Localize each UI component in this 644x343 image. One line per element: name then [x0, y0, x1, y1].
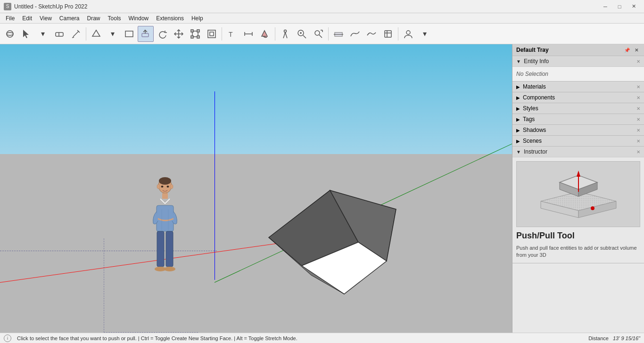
styles-arrow: ▶: [516, 106, 520, 111]
separator-1: [86, 27, 86, 41]
instructor-content: Push/Pull Tool Push and pull face entiti…: [512, 157, 644, 263]
shadows-close[interactable]: ✕: [636, 128, 640, 133]
tool-move[interactable]: [171, 26, 187, 42]
minimize-button[interactable]: ─: [599, 2, 612, 11]
tool-scale[interactable]: [187, 26, 203, 42]
materials-section-header[interactable]: ▶ Materials ✕: [512, 82, 644, 92]
3d-shape: [264, 181, 405, 305]
svg-text:T: T: [229, 31, 233, 38]
svg-rect-46: [157, 205, 173, 231]
scenes-arrow: ▶: [516, 139, 520, 144]
tool-sandbox[interactable]: [347, 26, 363, 42]
menu-camera[interactable]: Camera: [56, 13, 83, 23]
tool-orbit[interactable]: [2, 26, 18, 42]
instructor-title: Push/Pull Tool: [516, 231, 640, 241]
menu-extensions[interactable]: Extensions: [152, 13, 188, 23]
menu-tools[interactable]: Tools: [104, 13, 125, 23]
tool-paint[interactable]: [257, 26, 273, 42]
materials-arrow: ▶: [516, 84, 520, 90]
tool-profiles[interactable]: [380, 26, 396, 42]
tags-arrow: ▶: [516, 117, 520, 122]
tool-zoom-extents[interactable]: [310, 26, 326, 42]
svg-rect-17: [197, 36, 199, 38]
menu-draw[interactable]: Draw: [83, 13, 104, 23]
distance-display: Distance 13' 9 15/16": [588, 335, 640, 341]
svg-line-28: [283, 35, 284, 38]
distance-label: Distance: [588, 335, 609, 341]
svg-line-31: [303, 35, 306, 38]
window-title: Untitled - SketchUp Pro 2022: [14, 3, 87, 10]
tool-rotate[interactable]: [154, 26, 170, 42]
svg-point-25: [284, 30, 287, 32]
entity-info-close[interactable]: ✕: [636, 59, 640, 64]
tool-pencil[interactable]: [68, 26, 84, 42]
svg-rect-14: [191, 30, 193, 32]
menu-view[interactable]: View: [36, 13, 56, 23]
sky-background: [0, 44, 512, 154]
tool-zoom[interactable]: [294, 26, 310, 42]
tags-label: Tags: [523, 116, 535, 122]
panel-pin-button[interactable]: 📌: [623, 46, 631, 54]
svg-line-27: [285, 32, 286, 35]
svg-point-45: [159, 177, 171, 185]
menu-window[interactable]: Window: [125, 13, 153, 23]
svg-rect-10: [142, 33, 149, 37]
tool-pushpull[interactable]: [138, 26, 154, 42]
materials-close[interactable]: ✕: [636, 84, 640, 90]
tool-shape[interactable]: [88, 26, 104, 42]
panel-close-button[interactable]: ✕: [633, 46, 640, 54]
tool-walk[interactable]: [277, 26, 293, 42]
svg-line-5: [73, 31, 79, 37]
scenes-label: Scenes: [523, 138, 542, 144]
components-section-header[interactable]: ▶ Components ✕: [512, 92, 644, 103]
menu-help[interactable]: Help: [188, 13, 207, 23]
shadows-section-header[interactable]: ▶ Shadows ✕: [512, 125, 644, 136]
app-icon: S: [4, 3, 11, 10]
tool-offset[interactable]: [204, 26, 220, 42]
menu-edit[interactable]: Edit: [18, 13, 36, 23]
tool-smooth[interactable]: [363, 26, 380, 42]
tool-text[interactable]: T: [224, 26, 240, 42]
components-close[interactable]: ✕: [636, 95, 640, 100]
entity-info-header[interactable]: ▼ Entity Info ✕: [512, 56, 644, 67]
svg-point-73: [591, 206, 594, 210]
tool-section-plane[interactable]: [330, 26, 347, 42]
svg-point-51: [164, 267, 175, 271]
svg-line-7: [72, 37, 74, 38]
close-button[interactable]: ✕: [627, 2, 640, 11]
styles-section-header[interactable]: ▶ Styles ✕: [512, 103, 644, 114]
titlebar: S Untitled - SketchUp Pro 2022 ─ □ ✕: [0, 0, 644, 13]
styles-label: Styles: [523, 105, 538, 112]
ground-plane: [0, 154, 512, 333]
svg-marker-2: [23, 30, 29, 38]
instructor-illustration: [516, 161, 640, 227]
tool-eraser[interactable]: [51, 26, 67, 42]
statusbar-message: Click to select the face that you want t…: [17, 335, 583, 341]
tool-select[interactable]: [18, 26, 34, 42]
svg-point-55: [167, 186, 169, 188]
tool-user-dropdown[interactable]: ▾: [417, 26, 433, 42]
scenes-section-header[interactable]: ▶ Scenes ✕: [512, 136, 644, 147]
maximize-button[interactable]: □: [613, 2, 626, 11]
styles-close[interactable]: ✕: [636, 106, 640, 111]
tags-close[interactable]: ✕: [636, 117, 640, 122]
svg-rect-18: [208, 30, 215, 38]
titlebar-left: S Untitled - SketchUp Pro 2022: [4, 3, 87, 10]
svg-rect-19: [210, 32, 214, 36]
svg-point-0: [7, 31, 13, 37]
components-arrow: ▶: [516, 95, 520, 100]
tool-shape-dropdown[interactable]: ▾: [105, 26, 121, 42]
svg-rect-49: [166, 231, 173, 267]
instructor-header[interactable]: ▼ Instructor ✕: [512, 147, 644, 157]
instructor-close[interactable]: ✕: [636, 149, 640, 155]
entity-info-content: No Selection: [512, 67, 644, 81]
scenes-close[interactable]: ✕: [636, 139, 640, 144]
tool-user-account[interactable]: [400, 26, 416, 42]
menu-file[interactable]: File: [2, 13, 18, 23]
panel-header: Default Tray 📌 ✕: [512, 44, 644, 56]
tags-section-header[interactable]: ▶ Tags ✕: [512, 114, 644, 125]
tool-rectangle[interactable]: [121, 26, 137, 42]
tool-select-dropdown[interactable]: ▾: [35, 26, 51, 42]
viewport[interactable]: [0, 44, 512, 333]
tool-dimension[interactable]: [240, 26, 256, 42]
